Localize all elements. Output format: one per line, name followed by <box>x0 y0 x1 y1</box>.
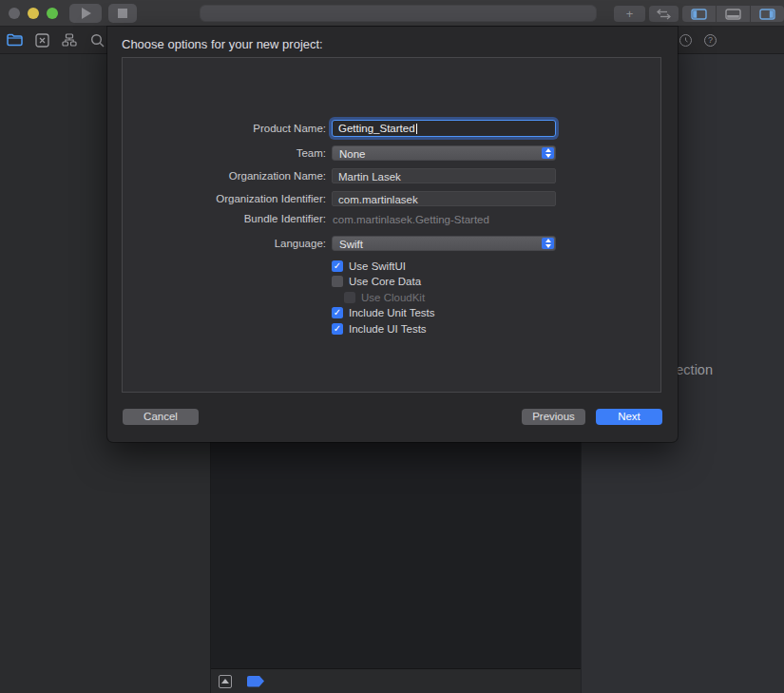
tab-project-navigator[interactable] <box>6 31 23 48</box>
include-unit-tests-checkbox[interactable]: ✓ Include Unit Tests <box>332 307 435 319</box>
bundle-identifier-value: com.martinlasek.Getting-Started <box>332 214 489 225</box>
search-icon <box>90 33 105 48</box>
tab-symbol-navigator[interactable] <box>61 31 78 48</box>
change-editor-button[interactable] <box>649 6 679 22</box>
organization-name-label: Organization Name: <box>123 170 326 182</box>
popup-stepper-icon <box>542 147 554 159</box>
use-core-data-checkbox[interactable]: ✓ Use Core Data <box>332 276 435 288</box>
previous-button[interactable]: Previous <box>522 409 585 425</box>
organization-identifier-input[interactable]: com.martinlasek <box>332 191 556 206</box>
team-row: Team: None <box>123 144 660 161</box>
media-library-icon[interactable] <box>219 675 232 688</box>
box-x-icon <box>35 33 49 48</box>
use-cloudkit-checkbox: ✓ Use CloudKit <box>344 291 435 303</box>
tab-source-control-navigator[interactable] <box>33 31 50 48</box>
toggle-inspector-button[interactable] <box>751 6 784 22</box>
zoom-window-button[interactable] <box>47 8 58 19</box>
language-row: Language: Swift <box>123 235 660 251</box>
clock-icon[interactable] <box>679 34 692 47</box>
team-label: Team: <box>123 147 326 159</box>
run-button[interactable] <box>69 4 102 23</box>
new-project-options-dialog: Choose options for your new project: Pro… <box>107 27 678 442</box>
bundle-identifier-row: Bundle Identifier: com.martinlasek.Getti… <box>123 212 660 225</box>
next-button[interactable]: Next <box>596 409 662 425</box>
use-swiftui-checkbox[interactable]: ✓ Use SwiftUI <box>332 260 435 272</box>
question-glyph: ? <box>708 35 713 45</box>
organization-name-input[interactable]: Martin Lasek <box>332 168 556 183</box>
add-editor-button[interactable]: + <box>614 6 645 22</box>
play-icon <box>82 8 91 19</box>
window-controls <box>9 8 58 19</box>
close-window-button[interactable] <box>9 8 20 19</box>
organization-identifier-row: Organization Identifier: com.martinlasek <box>123 190 660 206</box>
minimize-window-button[interactable] <box>28 8 39 19</box>
toggle-debug-area-button[interactable] <box>717 6 750 22</box>
product-name-label: Product Name: <box>123 123 326 134</box>
window-toolbar: + <box>0 0 784 27</box>
bundle-identifier-label: Bundle Identifier: <box>123 213 326 224</box>
include-ui-tests-checkbox[interactable]: ✓ Include UI Tests <box>332 322 435 335</box>
organization-name-row: Organization Name: Martin Lasek <box>123 167 660 183</box>
breakpoint-icon[interactable] <box>247 676 264 687</box>
organization-identifier-label: Organization Identifier: <box>123 193 326 204</box>
hierarchy-icon <box>62 33 77 47</box>
plus-icon: + <box>626 8 634 20</box>
swap-arrows-icon <box>657 9 671 20</box>
editor-bottom-bar <box>211 668 581 693</box>
tab-find-navigator[interactable] <box>88 31 105 48</box>
options-checkbox-group: ✓ Use SwiftUI ✓ Use Core Data ✓ Use Clou… <box>332 260 435 335</box>
language-label: Language: <box>123 238 326 249</box>
popup-stepper-icon <box>542 238 554 249</box>
cancel-button[interactable]: Cancel <box>123 409 199 425</box>
activity-viewer <box>200 5 597 22</box>
jump-bar-right: ? <box>679 27 717 53</box>
product-name-input[interactable]: Getting_Started <box>332 120 556 137</box>
bottom-panel-icon <box>725 9 741 20</box>
team-select[interactable]: None <box>332 145 556 161</box>
toggle-navigator-button[interactable] <box>682 6 716 22</box>
stop-icon <box>118 9 127 18</box>
options-form: Product Name: Getting_Started Team: None… <box>122 57 661 393</box>
folder-icon <box>7 33 23 47</box>
product-name-row: Product Name: Getting_Started <box>123 120 660 136</box>
dialog-title: Choose options for your new project: <box>122 37 323 51</box>
right-panel-icon <box>759 9 775 20</box>
text-cursor <box>416 124 417 134</box>
panel-toggle-group <box>682 6 784 22</box>
stop-button[interactable] <box>108 4 137 23</box>
help-icon[interactable]: ? <box>704 34 717 47</box>
language-select[interactable]: Swift <box>332 236 556 251</box>
left-panel-icon <box>691 9 707 20</box>
